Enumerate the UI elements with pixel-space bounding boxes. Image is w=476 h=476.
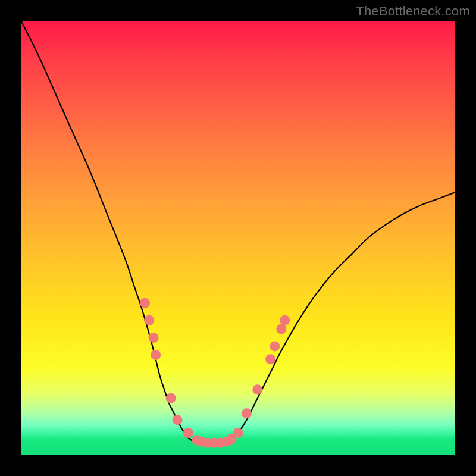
data-point xyxy=(140,298,150,308)
curve-data-points xyxy=(140,298,290,448)
data-point xyxy=(276,324,286,334)
data-point xyxy=(149,333,159,343)
data-point xyxy=(280,315,290,325)
data-point xyxy=(173,415,183,425)
watermark-text: TheBottleneck.com xyxy=(356,4,470,19)
chart-frame: TheBottleneck.com xyxy=(0,0,476,476)
plot-area xyxy=(21,21,455,455)
data-point xyxy=(144,315,154,325)
data-point xyxy=(252,384,262,394)
data-point xyxy=(151,350,161,360)
data-point xyxy=(183,428,193,438)
data-point xyxy=(265,354,275,364)
curve-line xyxy=(21,21,455,444)
data-point xyxy=(242,408,252,418)
data-point xyxy=(166,393,176,403)
data-point xyxy=(270,342,280,352)
data-point xyxy=(233,428,243,438)
bottleneck-curve xyxy=(21,21,455,455)
